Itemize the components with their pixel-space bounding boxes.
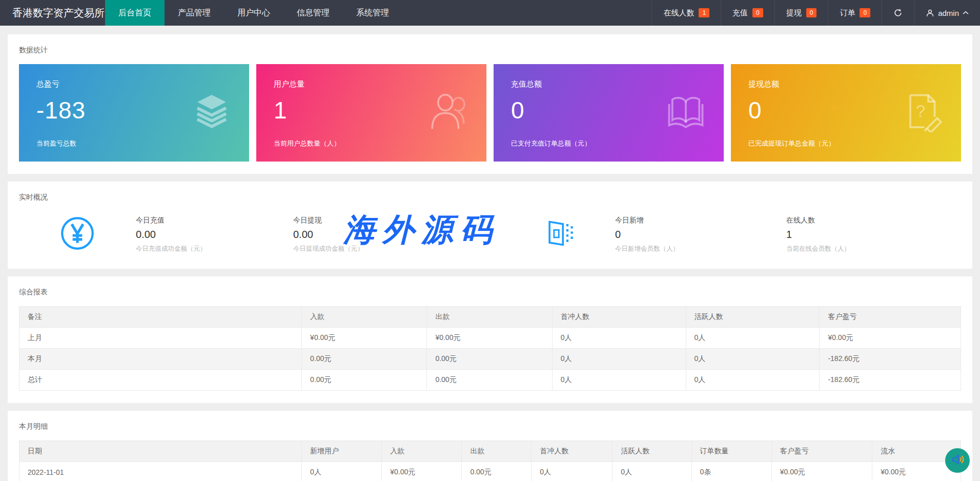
table-header-cell: 活跃人数 [686,307,820,328]
stat-label: 今日提现 [293,216,447,225]
table-cell: 本月 [19,349,302,370]
realtime-stat-recharge: 今日充值 0.00 今日充值成功金额（元） [136,216,290,253]
stat-card-withdraw: 提现总额 0 已完成提现订单总金额（元） ? [731,64,961,162]
table-header-cell: 出款 [427,307,552,328]
table-header-cell: 首冲人数 [532,441,612,462]
nav-counter-recharge[interactable]: 充值 0 [721,0,774,26]
panel-title: 实时概况 [19,193,961,202]
card-label: 总盈亏 [36,79,232,89]
table-header-row: 备注 入款 出款 首冲人数 活跃人数 客户盈亏 [19,307,961,328]
table-header-cell: 新增用户 [302,441,382,462]
stat-label: 今日新增 [615,216,769,225]
table-cell: 0人 [686,328,820,349]
stat-cards-row: 总盈亏 -183 当前盈亏总数 用户总量 1 当前用户总数量（人） [19,64,961,162]
stat-desc: 今日新增会员数（人） [615,245,769,253]
table-row-total: 总计 0.00元 0.00元 0人 0人 -182.60元 [19,370,961,391]
table-cell: 0人 [532,462,612,481]
table-header-cell: 订单数量 [691,441,771,462]
counter-badge: 0 [752,8,763,17]
table-cell: 上月 [19,328,302,349]
counter-label: 提现 [786,8,802,18]
card-desc: 已支付充值订单总额（元） [511,139,706,148]
users-icon [427,91,469,135]
realtime-stat-new-members: 今日新增 0 今日新增会员数（人） [615,216,769,253]
table-cell: 0人 [686,370,820,391]
stats-panel: 数据统计 总盈亏 -183 当前盈亏总数 用户总量 1 当前用户总数量（人） [8,34,972,174]
stat-value: 0.00 [293,229,447,240]
card-desc: 已完成提现订单总金额（元） [748,139,944,148]
counter-label: 充值 [732,8,748,18]
table-header-row: 日期 新增用户 入款 出款 首冲人数 活跃人数 订单数量 客户盈亏 流水 [19,441,961,462]
layers-icon [192,92,232,134]
detail-table: 日期 新增用户 入款 出款 首冲人数 活跃人数 订单数量 客户盈亏 流水 202… [19,440,961,481]
book-icon [665,91,706,134]
table-cell: ¥0.00元 [771,462,872,481]
nav-counter-orders[interactable]: 订单 0 [828,0,882,26]
table-header-cell: 活跃人数 [612,441,691,462]
counter-badge: 1 [699,8,709,17]
table-cell: -182.60元 [820,370,961,391]
table-cell: 0.00元 [427,349,552,370]
stat-desc: 当前在线会员数（人） [786,245,940,253]
table-cell: 0.00元 [302,370,427,391]
user-menu[interactable]: admin [914,0,980,26]
table-header-cell: 日期 [19,441,302,462]
stat-card-profit: 总盈亏 -183 当前盈亏总数 [19,64,249,162]
counter-label: 在线人数 [663,8,694,18]
panel-title: 数据统计 [19,46,961,55]
stat-desc: 今日充值成功金额（元） [136,245,290,253]
nav-item-products[interactable]: 产品管理 [165,0,224,26]
table-cell: 0人 [302,462,382,481]
nav-item-system[interactable]: 系统管理 [343,0,402,26]
card-label: 充值总额 [511,79,706,89]
table-cell: 0人 [552,328,686,349]
nav-counter-online[interactable]: 在线人数 1 [651,0,721,26]
user-icon [926,9,934,17]
realtime-stat-withdraw: 今日提现 0.00 今日提现成功金额（元） [293,216,447,253]
detail-panel: 本月明细 日期 新增用户 入款 出款 首冲人数 活跃人数 订单数量 客户盈亏 流… [8,411,972,481]
stat-label: 在线人数 [786,216,940,225]
panel-title: 综合报表 [19,288,961,297]
yen-circle-icon [60,216,95,253]
refresh-button[interactable] [882,0,914,26]
stat-value: 0 [615,229,769,240]
card-label: 用户总量 [274,79,469,89]
realtime-stat-online: 在线人数 1 当前在线会员数（人） [786,216,940,253]
nav-item-dashboard[interactable]: 后台首页 [105,0,165,26]
navbar-right: 在线人数 1 充值 0 提现 0 订单 0 [651,0,980,26]
table-cell: 0.00元 [427,370,552,391]
table-cell: 0人 [686,349,820,370]
table-header-cell: 入款 [302,307,427,328]
table-header-cell: 客户盈亏 [820,307,961,328]
table-cell: 0条 [691,462,771,481]
card-desc: 当前盈亏总数 [36,139,232,148]
report-table: 备注 入款 出款 首冲人数 活跃人数 客户盈亏 上月 ¥0.00元 ¥0.00元… [19,306,961,391]
table-cell: -182.60元 [820,349,961,370]
table-cell: 0.00元 [302,349,427,370]
file-question-icon: ? [903,91,944,134]
announcement-fab-button[interactable] [945,448,970,473]
nav-item-user-center[interactable]: 用户中心 [224,0,283,26]
building-icon [544,217,574,252]
table-cell: ¥0.00元 [382,462,462,481]
table-cell: 0人 [552,370,686,391]
username: admin [938,9,959,17]
counter-badge: 0 [806,8,817,17]
card-desc: 当前用户总数量（人） [274,139,469,148]
table-row-last-month: 上月 ¥0.00元 ¥0.00元 0人 0人 ¥0.00元 [19,328,961,349]
table-header-cell: 备注 [19,307,302,328]
table-header-cell: 客户盈亏 [771,441,872,462]
table-cell: 2022-11-01 [19,462,302,481]
stat-desc: 今日提现成功金额（元） [293,245,447,253]
app-logo[interactable]: 香港数字资产交易所 [0,0,105,26]
table-row-date: 2022-11-01 0人 ¥0.00元 0.00元 0人 0人 0条 ¥0.0… [19,462,961,481]
table-header-cell: 入款 [382,441,462,462]
nav-item-info[interactable]: 信息管理 [283,0,343,26]
counter-badge: 0 [860,8,870,17]
stat-card-recharge: 充值总额 0 已支付充值订单总额（元） [494,64,724,162]
refresh-icon [893,8,903,17]
table-cell: 总计 [19,370,302,391]
nav-counter-withdraw[interactable]: 提现 0 [774,0,828,26]
realtime-row: 今日充值 0.00 今日充值成功金额（元） 今日提现 0.00 今日提现成功金额… [19,212,961,256]
table-cell: 0.00元 [462,462,532,481]
